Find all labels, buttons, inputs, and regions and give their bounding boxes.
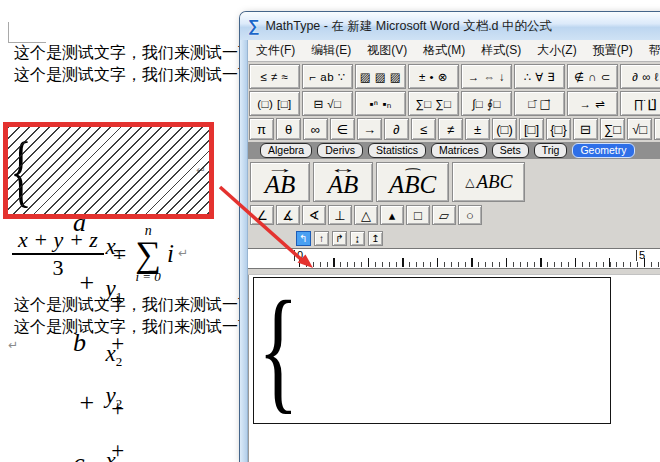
small-symbol-button[interactable]: ∈ — [330, 118, 355, 140]
menu-item[interactable]: 预置(P) — [585, 42, 641, 59]
symbol-palette-button[interactable]: → ⇔ ↓ — [461, 64, 512, 89]
small-symbol-button[interactable]: ⊟ — [573, 118, 598, 140]
mathtype-window: ∑ MathType - 在 新建 Microsoft Word 文档.d 中的… — [240, 12, 660, 462]
small-symbol-button[interactable]: (□) — [492, 118, 517, 140]
small-symbol-button[interactable]: ≠ — [438, 118, 463, 140]
geometry-template-row: →AB ↔AB ⌢ABC △ABC — [250, 162, 660, 202]
menu-item[interactable]: 帮助(H) — [641, 42, 660, 59]
menu-bar: 文件(F) 编辑(E) 视图(V) 格式(M) 样式(S) 大小(Z) 预置(P… — [248, 40, 660, 62]
mathtype-sigma-icon: ∑ — [248, 17, 259, 35]
window-titlebar[interactable]: ∑ MathType - 在 新建 Microsoft Word 文档.d 中的… — [240, 12, 660, 41]
template-palette-button[interactable]: → ⇌ — [567, 91, 618, 116]
word-paragraph-text: 这个是测试文字，我们来测试一下如 — [14, 44, 270, 62]
small-symbol-button[interactable]: {□} — [546, 118, 571, 140]
symbol-palette-button[interactable]: ∉ ∩ ⊂ — [567, 64, 618, 89]
small-symbol-button[interactable]: ▪˙ — [654, 118, 660, 140]
template-palette-button[interactable]: ∑□ ∑□ — [408, 91, 459, 116]
geometry-symbol-button[interactable]: ∠ — [250, 205, 274, 225]
small-symbol-button[interactable]: ± — [465, 118, 490, 140]
symbol-palette-button[interactable]: ⌐ ab ∵ — [302, 64, 353, 89]
geometry-template-button[interactable]: ⌢ABC — [376, 162, 449, 202]
menu-item[interactable]: 样式(S) — [473, 42, 529, 59]
template-palette-button[interactable]: ∏̈ ∐̈ — [620, 91, 660, 116]
symbol-palette-button[interactable]: ∴ ∀ ∃ — [514, 64, 565, 89]
equation-line2[interactable]: y1 + y2 + y3 = — [290, 349, 493, 462]
tab-stop-button[interactable]: ↥ — [368, 231, 383, 246]
template-palette-button[interactable]: ▪ⁿ ▪ₙ — [355, 91, 406, 116]
geometry-symbol-button[interactable]: △ — [354, 205, 378, 225]
hatched-equation-object[interactable]: { x1 + x2 + x3 — [8, 127, 209, 214]
ruler[interactable]: 0 5 — [248, 248, 660, 269]
word-boxed-equation-line2: y1 + y2 + y3 = 6 — [25, 172, 130, 462]
menu-item[interactable]: 编辑(E) — [303, 42, 359, 59]
small-symbol-button[interactable]: θ — [276, 118, 301, 140]
symbol-palette-button[interactable]: ≤ ≠ ≈ — [249, 64, 300, 89]
small-symbol-button[interactable]: ∞ — [303, 118, 328, 140]
category-tab[interactable]: Matrices — [431, 143, 487, 158]
category-tab[interactable]: Algebra — [260, 143, 312, 158]
annotation-red-rectangle: { x1 + x2 + x3 — [3, 122, 214, 219]
symbol-palette-button[interactable]: ∂ ∞ ℓ — [620, 64, 660, 89]
category-tab[interactable]: Sets — [492, 143, 529, 158]
small-symbol-button[interactable]: √□ — [627, 118, 652, 140]
category-tab[interactable]: Derivs — [317, 143, 363, 158]
equation-editing-area[interactable]: { x1 + x2 + — [248, 275, 660, 462]
symbol-palette-button[interactable]: ± • ⊗ — [408, 64, 459, 89]
equation-token: y2 — [106, 383, 123, 408]
page-margin-corner-mark — [8, 42, 46, 43]
geometry-symbol-button[interactable]: ∡ — [276, 205, 300, 225]
word-paragraph-text: 这个是测试文字，我们来测试一下如 — [14, 318, 270, 336]
geometry-symbol-button[interactable]: ○ — [458, 205, 482, 225]
screenshot-canvas: 这个是测试文字，我们来测试一下如 这个是测试文字，我们来测试一下如 a + b … — [0, 0, 660, 462]
template-palette-button[interactable]: □̄ □⃗ — [514, 91, 565, 116]
tab-stop-button[interactable]: ↨ — [350, 231, 365, 246]
equation-token: + — [106, 438, 130, 462]
geometry-symbol-button[interactable]: ⊥ — [328, 205, 352, 225]
small-symbol-button[interactable]: [□] — [519, 118, 544, 140]
small-symbol-bar: π θ ∞ ∈ → ∂ ≤ ≠ — [249, 118, 660, 140]
word-paragraph-text: 这个是测试文字，我们来测试一下如 — [14, 296, 270, 314]
palette-row-templates: (□) [□] ⊟ √□ ▪ⁿ ▪ₙ ∑□ ∑□ ∫□ ∮□ □̄ □⃗ → ⇌ — [249, 91, 660, 116]
palette-row-symbols: ≤ ≠ ≈ ⌐ ab ∵ ▨ ▨ ▨ ± • ⊗ → ⇔ ↓ ∴ ∀ ∃ ∉ ∩… — [249, 64, 660, 89]
tab-stop-button[interactable]: ↰ — [296, 231, 311, 246]
equation-selection-rectangle: { x1 + x2 + — [253, 277, 611, 424]
small-symbol-button[interactable]: ∑□ — [600, 118, 625, 140]
paragraph-mark: ↵ — [178, 246, 188, 261]
ruler-label-5: 5 — [636, 250, 645, 261]
geometry-template-button[interactable]: △ABC — [452, 162, 525, 202]
tab-stop-button[interactable]: ↱ — [332, 231, 347, 246]
geometry-symbol-button[interactable]: □ — [406, 205, 430, 225]
template-palette-button[interactable]: ∫□ ∮□ — [461, 91, 512, 116]
menu-item[interactable]: 大小(Z) — [529, 42, 584, 59]
geometry-symbol-button[interactable]: ∢ — [302, 205, 326, 225]
system-brace: { — [258, 258, 282, 441]
category-tab[interactable]: Trig — [534, 143, 568, 158]
page-margin-corner-mark — [8, 22, 9, 43]
template-palette-button[interactable]: (□) [□] — [249, 91, 300, 116]
small-symbol-button[interactable]: ≤ — [411, 118, 436, 140]
geometry-symbol-button[interactable]: ▱ — [432, 205, 456, 225]
tab-stop-button[interactable]: ↑ — [314, 231, 329, 246]
symbol-palette-button[interactable]: ▨ ▨ ▨ — [355, 64, 406, 89]
triangle-prefix: △ — [465, 175, 474, 190]
menu-item[interactable]: 格式(M) — [415, 42, 473, 59]
sigma-symbol: ∑ — [135, 238, 161, 270]
template-letters: ABC — [476, 171, 512, 193]
menu-item[interactable]: 文件(F) — [248, 42, 303, 59]
geometry-symbol-button[interactable]: ▴ — [380, 205, 404, 225]
paragraph-mark: ↵ — [8, 338, 18, 352]
small-symbol-button[interactable]: π — [249, 118, 274, 140]
category-tab[interactable]: Geometry — [572, 143, 634, 158]
small-symbol-button[interactable]: ∂ — [384, 118, 409, 140]
template-palette-button[interactable]: ⊟ √□ — [302, 91, 353, 116]
small-symbol-button[interactable]: → — [357, 118, 382, 140]
word-paragraph-text: 这个是测试文字，我们来测试一下如 — [14, 66, 270, 84]
window-left-frame — [240, 40, 248, 462]
category-tab[interactable]: Statistics — [368, 143, 426, 158]
geometry-symbol-row: ∠ ∡ ∢ ⊥ △ ▴ □ ▱ — [250, 205, 660, 225]
sum-body-variable: i — [167, 240, 174, 268]
menu-item[interactable]: 视图(V) — [359, 42, 415, 59]
geometry-tab-panel: →AB ↔AB ⌢ABC △ABC ∠ ∡ ∢ — [248, 159, 660, 228]
equals-sign: = — [113, 240, 127, 267]
window-body: 文件(F) 编辑(E) 视图(V) 格式(M) 样式(S) 大小(Z) 预置(P… — [248, 40, 660, 462]
